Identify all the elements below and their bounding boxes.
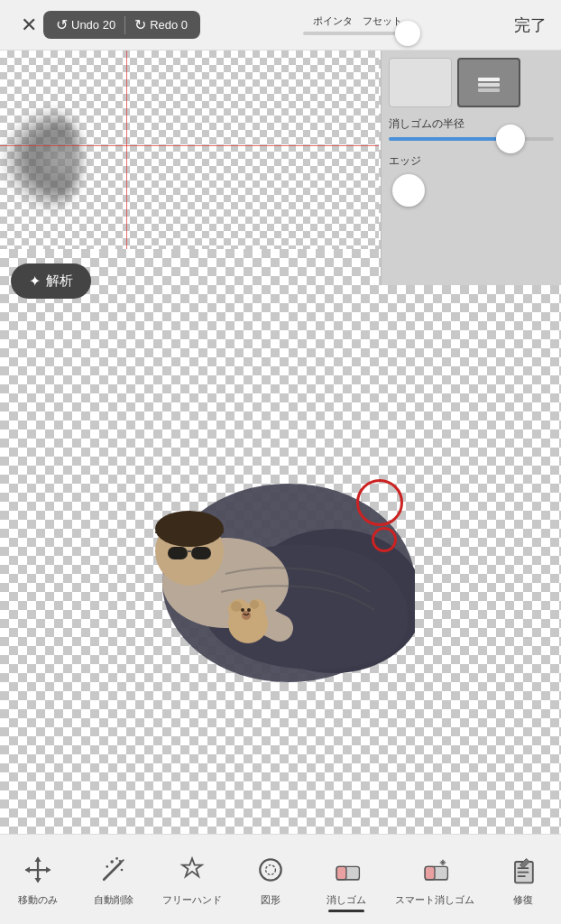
svg-point-32 <box>260 859 280 880</box>
eraser-radius-slider[interactable] <box>389 137 554 141</box>
edge-slider-thumb[interactable] <box>392 174 425 207</box>
eraser-label: 消しゴム <box>326 893 366 907</box>
svg-marker-24 <box>46 866 51 873</box>
pointer-offset-label: ポインタ フセット <box>313 14 402 28</box>
smart-eraser-label: スマート消しゴム <box>395 893 474 907</box>
top-canvas[interactable] <box>0 51 379 249</box>
undo-label: Undo 20 <box>71 18 115 32</box>
svg-point-28 <box>121 869 124 872</box>
top-toolbar: ✕ ↺ Undo 20 ↻ Redo 0 ポインタ フセット 完了 <box>0 0 561 51</box>
analyze-button[interactable]: ✦ 解析 <box>11 263 91 299</box>
repair-icon <box>505 852 541 888</box>
pointer-offset-thumb[interactable] <box>395 21 420 46</box>
tool-move[interactable]: 移動のみ <box>5 846 70 912</box>
layers-icon <box>474 69 503 97</box>
svg-point-30 <box>115 857 118 860</box>
redo-button[interactable]: ↻ Redo 0 <box>129 14 193 35</box>
eraser-icon <box>328 852 364 888</box>
panel-preview-row <box>389 58 554 107</box>
tool-shape[interactable]: 図形 <box>238 846 303 912</box>
smart-eraser-icon <box>417 852 453 888</box>
undo-redo-group: ↺ Undo 20 ↻ Redo 0 <box>43 11 200 39</box>
svg-point-18 <box>247 608 251 612</box>
redo-icon: ↻ <box>134 16 146 33</box>
undo-icon: ↺ <box>56 16 68 33</box>
svg-marker-23 <box>25 866 30 873</box>
tool-freehand[interactable]: フリーハンド <box>157 846 227 912</box>
bottom-toolbar: 移動のみ 自動削除 フリーハンド <box>0 834 561 924</box>
move-icon <box>20 852 56 888</box>
svg-rect-38 <box>425 866 435 879</box>
layers-button[interactable] <box>457 58 520 107</box>
svg-marker-21 <box>34 857 41 862</box>
auto-delete-label: 自動削除 <box>94 893 133 907</box>
sparkle-icon: ✦ <box>29 273 41 290</box>
edge-label: エッジ <box>389 153 554 169</box>
freehand-icon <box>174 852 210 888</box>
svg-rect-2 <box>478 88 500 92</box>
tool-smart-eraser[interactable]: スマート消しゴム <box>390 846 480 912</box>
redo-label: Redo 0 <box>150 18 188 32</box>
repair-label: 修復 <box>513 893 533 907</box>
svg-rect-0 <box>478 78 500 81</box>
svg-rect-1 <box>478 83 500 87</box>
svg-point-33 <box>266 865 276 875</box>
svg-point-15 <box>250 600 259 609</box>
pointer-offset-slider[interactable] <box>303 32 411 35</box>
undo-button[interactable]: ↺ Undo 20 <box>51 14 121 35</box>
move-label: 移動のみ <box>18 893 58 907</box>
canvas-blur-shape <box>0 105 81 213</box>
analyze-label: 解析 <box>46 273 73 290</box>
shape-label: 図形 <box>261 893 280 907</box>
svg-point-14 <box>231 601 242 612</box>
person-svg <box>81 402 415 682</box>
svg-marker-22 <box>34 878 41 882</box>
freehand-label: フリーハンド <box>162 893 222 907</box>
eraser-slider-thumb[interactable] <box>496 125 525 153</box>
shape-icon <box>253 852 289 888</box>
pointer-offset-group: ポインタ フセット <box>215 14 500 35</box>
subject-image[interactable] <box>81 402 415 682</box>
svg-point-27 <box>110 860 114 864</box>
tool-eraser[interactable]: 消しゴム <box>314 846 379 912</box>
right-panel: 消しゴムの半径 エッジ <box>381 51 561 285</box>
panel-preview-thumbnail[interactable] <box>389 58 452 107</box>
done-button[interactable]: 完了 <box>514 14 547 36</box>
wand-icon <box>96 852 132 888</box>
close-icon: ✕ <box>21 14 37 37</box>
svg-rect-9 <box>191 547 211 559</box>
tool-repair[interactable]: 修復 <box>491 846 556 912</box>
canvas-area: 消しゴムの半径 エッジ ✦ 解析 <box>0 51 561 834</box>
eraser-slider-fill <box>389 137 504 141</box>
svg-point-29 <box>106 865 108 868</box>
svg-point-17 <box>241 608 244 612</box>
tool-auto-delete[interactable]: 自動削除 <box>81 846 146 912</box>
close-button[interactable]: ✕ <box>14 11 43 40</box>
eraser-radius-label: 消しゴムの半径 <box>389 116 554 132</box>
svg-rect-8 <box>168 547 188 559</box>
svg-rect-35 <box>336 866 346 879</box>
